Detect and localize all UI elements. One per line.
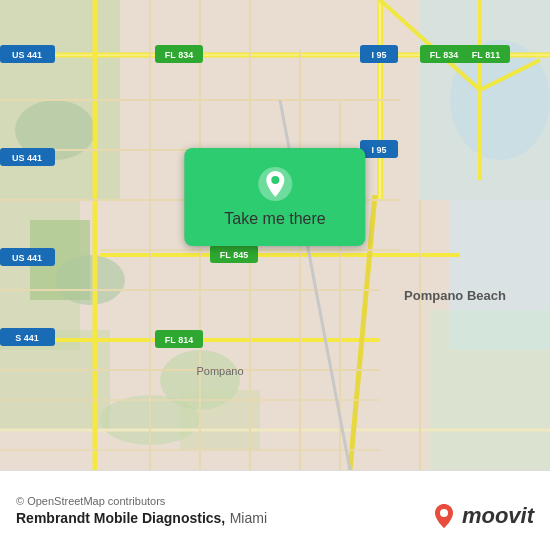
svg-text:S 441: S 441 [15, 333, 39, 343]
svg-text:US 441: US 441 [12, 253, 42, 263]
svg-text:FL 834: FL 834 [430, 50, 458, 60]
location-name: Rembrandt Mobile Diagnostics, [16, 510, 225, 526]
bottom-bar: © OpenStreetMap contributors Rembrandt M… [0, 470, 550, 550]
moovit-pin-icon [430, 502, 458, 530]
svg-text:FL 845: FL 845 [220, 250, 248, 260]
location-city: Miami [230, 510, 267, 526]
location-info: Rembrandt Mobile Diagnostics, Miami [16, 509, 267, 527]
svg-rect-10 [430, 310, 550, 470]
moovit-logo-text: moovit [462, 503, 534, 529]
svg-text:US 441: US 441 [12, 50, 42, 60]
svg-point-67 [440, 509, 448, 517]
svg-text:Pompano Beach: Pompano Beach [404, 288, 506, 303]
svg-text:FL 811: FL 811 [472, 50, 500, 60]
moovit-logo: moovit [430, 502, 534, 530]
bottom-text: © OpenStreetMap contributors Rembrandt M… [16, 495, 267, 527]
copyright-text: © OpenStreetMap contributors [16, 495, 267, 507]
svg-point-5 [55, 255, 125, 305]
svg-text:FL 834: FL 834 [165, 50, 193, 60]
take-me-there-button[interactable]: Take me there [184, 148, 365, 246]
svg-text:Pompano: Pompano [196, 365, 243, 377]
svg-text:FL 814: FL 814 [165, 335, 193, 345]
svg-rect-13 [180, 390, 260, 450]
location-pin-icon [257, 166, 293, 202]
svg-text:I 95: I 95 [371, 50, 386, 60]
svg-text:US 441: US 441 [12, 153, 42, 163]
svg-text:I 95: I 95 [371, 145, 386, 155]
take-me-there-label: Take me there [224, 210, 325, 228]
svg-point-66 [271, 176, 279, 184]
map-container: US 441 US 441 US 441 S 441 FL 834 FL 834… [0, 0, 550, 470]
